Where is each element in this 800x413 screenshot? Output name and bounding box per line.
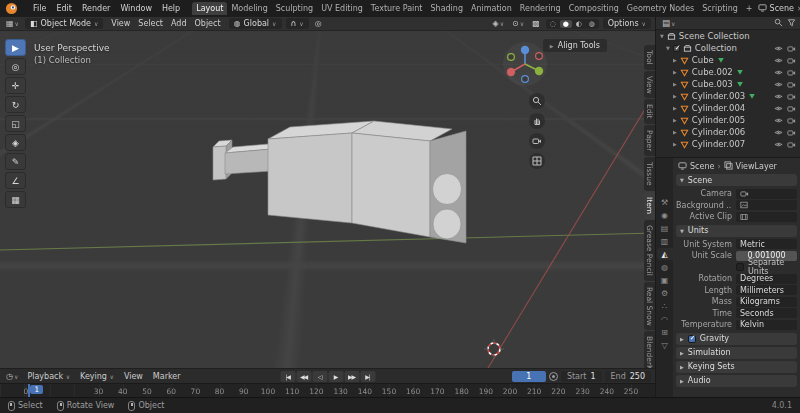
panel-keying-sets-header[interactable]: ▶Keying Sets: [676, 361, 797, 373]
workspace-tab-animation[interactable]: Animation: [467, 2, 516, 15]
viewport-canvas[interactable]: [0, 31, 655, 368]
world-tab[interactable]: ◍: [657, 261, 673, 273]
outliner-item[interactable]: ▶Cylinder.004: [656, 102, 800, 114]
workspace-tab-shading[interactable]: Shading: [426, 2, 467, 15]
camera-field[interactable]: [736, 189, 797, 199]
blender-logo-icon[interactable]: [5, 2, 18, 15]
expand-icon[interactable]: ▶: [673, 93, 677, 99]
jump-to-end-button[interactable]: ▶|: [360, 371, 375, 382]
temperature-field[interactable]: Kelvin: [736, 320, 797, 330]
scene-selector[interactable]: Scene ✕: [758, 3, 800, 14]
scale-tool[interactable]: ◱: [5, 115, 26, 132]
workspace-tab-uv-editing[interactable]: UV Editing: [317, 2, 367, 15]
workspace-tab-layout[interactable]: Layout: [192, 2, 227, 15]
measure-tool[interactable]: ∠: [5, 172, 26, 189]
play-button[interactable]: ▶: [328, 371, 343, 382]
hide-viewport-icon[interactable]: [774, 104, 783, 113]
timeline-menu-view[interactable]: View: [119, 371, 148, 382]
search-icon[interactable]: [774, 18, 783, 29]
workspace-tab-rendering[interactable]: Rendering: [516, 2, 565, 15]
mass-field[interactable]: Kilograms: [736, 297, 797, 307]
expand-icon[interactable]: ▶: [673, 117, 677, 123]
expand-icon[interactable]: ▶: [673, 141, 677, 147]
menu-edit[interactable]: Edit: [51, 2, 77, 15]
navigation-gizmo[interactable]: [501, 40, 549, 90]
menu-window[interactable]: Window: [115, 2, 157, 15]
rotate-tool[interactable]: ↻: [5, 96, 26, 113]
xray-toggle[interactable]: ▩: [530, 19, 542, 28]
cursor-tool[interactable]: ◎: [5, 58, 26, 75]
workspace-tab-scripting[interactable]: Scripting: [698, 2, 742, 15]
disable-render-icon[interactable]: [787, 116, 796, 125]
disable-render-icon[interactable]: [787, 44, 796, 53]
viewport-menu-add[interactable]: Add: [167, 18, 191, 29]
expand-icon[interactable]: ▼: [666, 45, 670, 51]
scene-tab[interactable]: ◭: [657, 248, 673, 260]
sidebar-tab-tissue[interactable]: Tissue: [644, 157, 655, 191]
hide-viewport-icon[interactable]: [774, 80, 783, 89]
tool-tab[interactable]: ⚒: [657, 196, 673, 208]
panel-gravity-header[interactable]: ▶ Gravity: [676, 333, 797, 345]
mode-selector[interactable]: ◧ Object Mode ∨: [25, 18, 103, 29]
collection-row[interactable]: ▼ Collection: [656, 42, 800, 54]
unit-system-field[interactable]: Metric: [736, 239, 797, 249]
physics-tab[interactable]: ◠: [657, 313, 673, 325]
gizmos-toggle[interactable]: ◈∨: [490, 19, 506, 28]
particles-tab[interactable]: ∴: [657, 300, 673, 312]
hide-viewport-icon[interactable]: [774, 140, 783, 149]
solid-shading-button[interactable]: ●: [560, 20, 572, 28]
output-tab[interactable]: ▤: [657, 222, 673, 234]
workspace-tab-sculpting[interactable]: Sculpting: [272, 2, 317, 15]
material-shading-button[interactable]: ◐: [573, 20, 585, 28]
annotate-tool[interactable]: ✎: [5, 153, 26, 170]
current-frame-field[interactable]: 1: [512, 371, 546, 382]
zoom-icon[interactable]: [529, 93, 545, 109]
length-field[interactable]: Millimeters: [736, 285, 797, 295]
breadcrumb-scene[interactable]: Scene: [690, 162, 714, 171]
frame-start-field[interactable]: Start 1: [561, 371, 602, 382]
snap-toggle[interactable]: ∩∨: [286, 18, 309, 29]
hide-viewport-icon[interactable]: [774, 44, 783, 53]
scene-collection-row[interactable]: ▼ Scene Collection: [656, 30, 800, 42]
expand-icon[interactable]: ▶: [673, 69, 677, 75]
expand-icon[interactable]: ▼: [660, 33, 664, 39]
viewport-menu-object[interactable]: Object: [191, 18, 225, 29]
hide-viewport-icon[interactable]: [774, 128, 783, 137]
prev-keyframe-button[interactable]: ◀◀: [296, 371, 311, 382]
pan-hand-icon[interactable]: [529, 113, 545, 129]
viewport-menu-select[interactable]: Select: [134, 18, 167, 29]
timeline-menu-keying[interactable]: Keying ∨: [75, 371, 119, 382]
jump-to-start-button[interactable]: |◀: [280, 371, 295, 382]
camera-view-icon[interactable]: [529, 133, 545, 149]
wireframe-shading-button[interactable]: ◌: [547, 20, 559, 28]
collection-checkbox[interactable]: [673, 45, 680, 52]
transform-orientation-selector[interactable]: ◍ Global ∨: [229, 18, 282, 29]
proportional-edit-toggle[interactable]: ◎: [313, 19, 324, 28]
data-tab[interactable]: ▽: [657, 339, 673, 351]
move-tool[interactable]: ✛: [5, 77, 26, 94]
disable-render-icon[interactable]: [787, 80, 796, 89]
mesh-object-blaster[interactable]: [213, 121, 466, 243]
expand-icon[interactable]: ▶: [673, 81, 677, 87]
modifiers-tab[interactable]: ⚙: [657, 287, 673, 299]
disable-render-icon[interactable]: [787, 68, 796, 77]
workspace-tab-texture-paint[interactable]: Texture Paint: [367, 2, 427, 15]
outliner-item[interactable]: ▶Cylinder.007: [656, 138, 800, 150]
disable-render-icon[interactable]: [787, 104, 796, 113]
breadcrumb-viewlayer[interactable]: ViewLayer: [736, 162, 777, 171]
viewport-menu-view[interactable]: View: [107, 18, 134, 29]
ortho-grid-icon[interactable]: [529, 153, 545, 169]
filter-icon[interactable]: [787, 18, 796, 29]
outliner-item[interactable]: ▶Cube.003: [656, 78, 800, 90]
panel-audio-header[interactable]: ▶Audio: [676, 375, 797, 387]
select-box-tool[interactable]: ▶: [5, 39, 26, 56]
view-layer-tab[interactable]: ▥: [657, 235, 673, 247]
hide-viewport-icon[interactable]: [774, 56, 783, 65]
outliner-item[interactable]: ▶Cylinder.003: [656, 90, 800, 102]
editor-type-button[interactable]: ▦∨: [4, 19, 21, 28]
disable-render-icon[interactable]: [787, 140, 796, 149]
next-keyframe-button[interactable]: ▶▶: [344, 371, 359, 382]
outliner-item[interactable]: ▶Cylinder.005: [656, 114, 800, 126]
sidebar-tab-paper[interactable]: Paper: [644, 125, 655, 156]
hide-viewport-icon[interactable]: [774, 116, 783, 125]
